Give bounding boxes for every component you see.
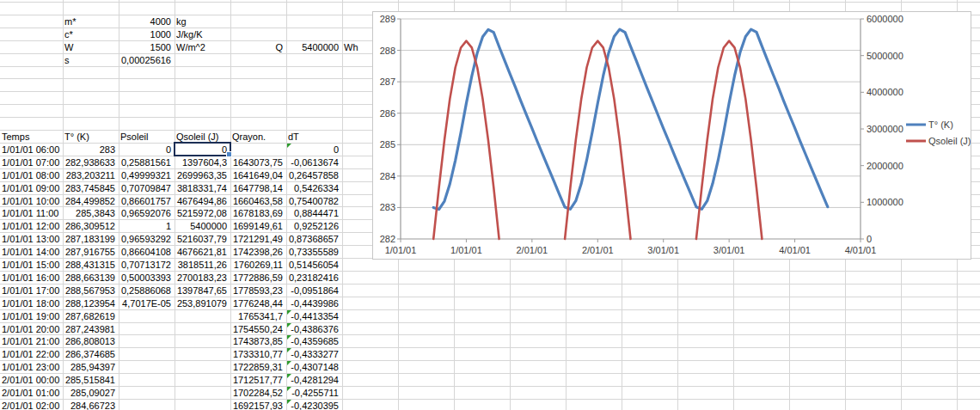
value-cell[interactable]: 5215972,08 — [176, 207, 227, 220]
column-header-cell[interactable]: T° (K) — [64, 131, 115, 144]
time-cell[interactable]: 1/01/01 22:00 — [2, 348, 59, 361]
value-cell[interactable]: -0,4307148 — [288, 361, 339, 374]
value-cell[interactable]: 4676621,81 — [176, 246, 227, 259]
value-cell[interactable]: 0,26457858 — [288, 169, 339, 182]
param-cell[interactable]: s — [64, 54, 115, 67]
time-cell[interactable]: 1/01/01 18:00 — [2, 297, 59, 310]
value-cell[interactable]: -0,4333277 — [288, 348, 339, 361]
value-cell[interactable]: 2699963,35 — [176, 169, 227, 182]
column-header-cell[interactable]: Qrayon. — [232, 131, 283, 144]
value-cell[interactable]: 282,938633 — [64, 156, 115, 169]
value-cell[interactable]: 3818511,26 — [176, 259, 227, 272]
value-cell[interactable]: 0,70713172 — [120, 259, 171, 272]
embedded-chart[interactable]: 2822832842852862872882890100000020000003… — [372, 11, 971, 260]
legend-label[interactable]: Qsoleil (J) — [928, 136, 971, 146]
value-cell[interactable]: 0,51456054 — [288, 259, 339, 272]
value-cell[interactable]: -0,4439986 — [288, 297, 339, 310]
value-cell[interactable]: 1712517,77 — [232, 374, 283, 387]
value-cell[interactable]: 287,682619 — [64, 310, 115, 323]
time-cell[interactable]: 1/01/01 23:00 — [2, 361, 59, 374]
time-cell[interactable]: 2/01/01 00:00 — [2, 374, 59, 387]
value-cell[interactable]: 0,5426334 — [288, 182, 339, 195]
value-cell[interactable]: 285,515841 — [64, 374, 115, 387]
param-cell[interactable]: c* — [64, 28, 115, 41]
value-cell[interactable]: 0,73355589 — [288, 246, 339, 259]
time-cell[interactable]: 1/01/01 10:00 — [2, 195, 59, 208]
value-cell[interactable]: 1397847,65 — [176, 285, 227, 297]
value-cell[interactable]: 0,96592076 — [120, 207, 171, 220]
value-cell[interactable]: 286,374685 — [64, 348, 115, 361]
value-cell[interactable]: 1722859,31 — [232, 361, 283, 374]
value-cell[interactable]: 1760269,11 — [232, 259, 283, 272]
value-cell[interactable]: 1754550,24 — [232, 323, 283, 336]
value-cell[interactable]: 1743873,85 — [232, 335, 283, 348]
value-cell[interactable]: 1692157,93 — [232, 400, 283, 410]
value-cell[interactable]: 1 — [120, 220, 171, 233]
value-cell[interactable]: 1721291,49 — [232, 233, 283, 246]
value-cell[interactable]: 1778593,23 — [232, 285, 283, 297]
value-cell[interactable]: 0,49999321 — [120, 169, 171, 182]
column-header-cell[interactable]: dT — [288, 131, 339, 144]
value-cell[interactable]: 285,94397 — [64, 361, 115, 374]
time-cell[interactable]: 1/01/01 17:00 — [2, 285, 59, 297]
value-cell[interactable]: 287,183199 — [64, 233, 115, 246]
value-cell[interactable]: 288,123954 — [64, 297, 115, 310]
value-cell[interactable]: 0,96593292 — [120, 233, 171, 246]
value-cell[interactable]: 0,50003393 — [120, 272, 171, 285]
fill-handle[interactable] — [226, 151, 232, 157]
param-cell[interactable]: Q — [232, 41, 283, 54]
param-cell[interactable]: m* — [64, 15, 115, 28]
value-cell[interactable]: 4,7017E-05 — [120, 297, 171, 310]
time-cell[interactable]: 1/01/01 06:00 — [2, 144, 59, 156]
param-cell[interactable]: W/m^2 — [176, 41, 227, 54]
value-cell[interactable]: -0,4255711 — [288, 387, 339, 400]
value-cell[interactable]: -0,4230395 — [288, 400, 339, 410]
value-cell[interactable]: 0,25886068 — [120, 285, 171, 297]
legend-label[interactable]: T° (K) — [928, 119, 953, 130]
value-cell[interactable]: 1647798,14 — [232, 182, 283, 195]
value-cell[interactable]: 1702284,52 — [232, 387, 283, 400]
value-cell[interactable]: 0,75400782 — [288, 195, 339, 208]
value-cell[interactable]: 283,203211 — [64, 169, 115, 182]
time-cell[interactable]: 1/01/01 15:00 — [2, 259, 59, 272]
param-cell[interactable]: kg — [176, 15, 227, 28]
value-cell[interactable]: 1765341,7 — [232, 310, 283, 323]
value-cell[interactable]: 285,3843 — [64, 207, 115, 220]
time-cell[interactable]: 1/01/01 12:00 — [2, 220, 59, 233]
value-cell[interactable]: -0,0951864 — [288, 285, 339, 297]
time-cell[interactable]: 2/01/01 01:00 — [2, 387, 59, 400]
param-cell[interactable]: 5400000 — [288, 41, 339, 54]
value-cell[interactable]: 253,891079 — [176, 297, 227, 310]
value-cell[interactable]: 287,916755 — [64, 246, 115, 259]
time-cell[interactable]: 1/01/01 20:00 — [2, 323, 59, 336]
time-cell[interactable]: 2/01/01 02:00 — [2, 400, 59, 410]
value-cell[interactable]: 1643073,75 — [232, 156, 283, 169]
value-cell[interactable]: 0,9252126 — [288, 220, 339, 233]
value-cell[interactable]: -0,4359685 — [288, 335, 339, 348]
value-cell[interactable]: 287,243981 — [64, 323, 115, 336]
column-header-cell[interactable]: Temps — [2, 131, 59, 144]
time-cell[interactable]: 1/01/01 07:00 — [2, 156, 59, 169]
param-cell[interactable]: 4000 — [120, 15, 171, 28]
value-cell[interactable]: 0,8844471 — [288, 207, 339, 220]
active-cell-outline[interactable] — [174, 142, 231, 156]
value-cell[interactable]: 1733310,77 — [232, 348, 283, 361]
time-cell[interactable]: 1/01/01 14:00 — [2, 246, 59, 259]
value-cell[interactable]: 1641649,04 — [232, 169, 283, 182]
value-cell[interactable]: 284,66723 — [64, 400, 115, 410]
value-cell[interactable]: 5400000 — [176, 220, 227, 233]
value-cell[interactable]: 285,09027 — [64, 387, 115, 400]
time-cell[interactable]: 1/01/01 11:00 — [2, 207, 59, 220]
value-cell[interactable]: 0 — [120, 144, 171, 156]
value-cell[interactable]: -0,4386376 — [288, 323, 339, 336]
time-cell[interactable]: 1/01/01 08:00 — [2, 169, 59, 182]
value-cell[interactable]: -0,0613674 — [288, 156, 339, 169]
value-cell[interactable]: 0,23182416 — [288, 272, 339, 285]
value-cell[interactable]: 1678183,69 — [232, 207, 283, 220]
time-cell[interactable]: 1/01/01 09:00 — [2, 182, 59, 195]
value-cell[interactable]: 3818331,74 — [176, 182, 227, 195]
column-header-cell[interactable]: Psoleil — [120, 131, 171, 144]
time-cell[interactable]: 1/01/01 13:00 — [2, 233, 59, 246]
value-cell[interactable]: -0,4281294 — [288, 374, 339, 387]
value-cell[interactable]: 286,808013 — [64, 335, 115, 348]
